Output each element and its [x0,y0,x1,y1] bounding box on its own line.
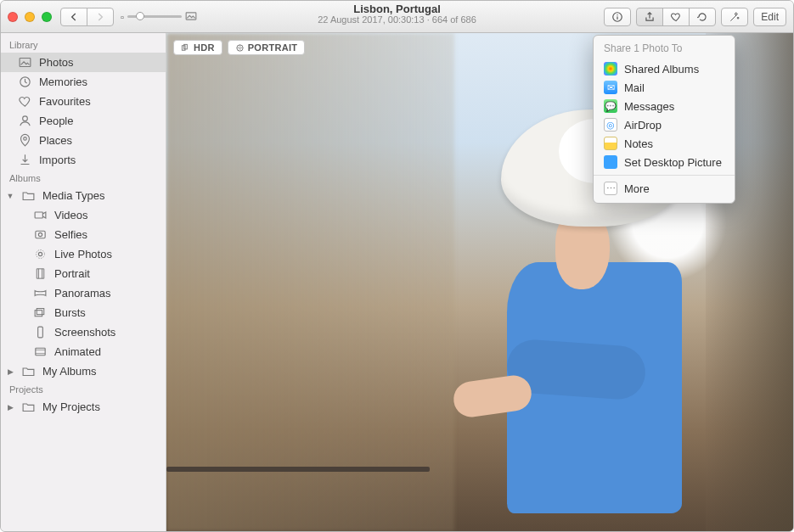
hdr-icon [181,43,190,53]
sidebar-item-selfies[interactable]: Selfies [1,225,166,244]
photo-viewer[interactable]: HDR PORTRAIT Share 1 Photo To Shared Alb… [166,33,793,531]
sidebar-item-imports[interactable]: Imports [1,150,166,170]
sidebar-item-label: Media Types [42,189,104,202]
selfies-icon [33,227,48,242]
svg-rect-0 [186,12,196,19]
sidebar-item-bursts[interactable]: Bursts [1,303,166,322]
menu-separator [594,175,735,176]
folder-icon [21,364,36,378]
slider-track[interactable] [127,15,182,18]
sidebar-item-label: My Albums [42,365,97,378]
auto-enhance-button[interactable] [721,8,748,26]
slider-thumb[interactable] [136,12,144,20]
share-popover: Share 1 Photo To Shared Albums ✉ Mail 💬 … [593,35,735,204]
edit-button[interactable]: Edit [753,8,786,26]
screenshots-icon [33,325,48,339]
sidebar-item-label: Portrait [54,267,90,280]
livephotos-icon [33,247,48,261]
sidebar-item-media-types[interactable]: ▼ Media Types [1,186,166,205]
sidebar-item-places[interactable]: Places [1,131,166,150]
more-icon: ⋯ [604,182,617,195]
sidebar: Library Photos Memories Favourites Peopl… [1,33,166,531]
svg-point-10 [38,232,42,236]
sidebar-item-memories[interactable]: Memories [1,72,166,92]
imports-icon [18,153,32,167]
mail-icon: ✉ [604,81,617,94]
share-popover-header: Share 1 Photo To [594,41,735,59]
share-icon [644,11,656,23]
sidebar-item-label: Places [39,134,72,147]
zoom-in-icon [185,9,197,25]
zoom-out-icon: ▫ [121,12,124,22]
chevron-left-icon [68,11,80,23]
svg-rect-3 [617,16,618,20]
sidebar-item-photos[interactable]: Photos [1,53,166,72]
desktop-picture-icon [604,155,617,169]
memories-icon [18,75,32,89]
zoom-window-button[interactable] [42,12,52,22]
sidebar-item-label: Favourites [39,95,91,108]
sidebar-item-videos[interactable]: Videos [1,205,166,225]
section-projects: Projects [1,381,166,397]
sidebar-item-panoramas[interactable]: Panoramas [1,283,166,303]
svg-point-6 [23,116,28,121]
video-icon [33,208,48,222]
section-library: Library [1,36,166,53]
magic-wand-icon [729,11,741,23]
sidebar-item-people[interactable]: People [1,111,166,131]
sidebar-item-label: Videos [54,209,88,221]
folder-icon [21,188,36,203]
heart-icon [18,94,32,109]
svg-rect-16 [36,348,45,356]
sidebar-item-my-albums[interactable]: ▶ My Albums [1,361,166,381]
notes-icon [604,137,617,150]
share-item-desktop[interactable]: Set Desktop Picture [594,153,735,171]
svg-rect-13 [35,311,42,316]
share-item-mail[interactable]: ✉ Mail [594,78,735,97]
airdrop-icon: ◎ [604,118,617,132]
sidebar-item-portrait[interactable]: Portrait [1,264,166,283]
share-item-airdrop[interactable]: ◎ AirDrop [594,115,735,134]
sidebar-item-my-projects[interactable]: ▶ My Projects [1,397,166,417]
info-button[interactable] [604,8,631,26]
disclosure-triangle-icon[interactable]: ▶ [6,403,14,412]
sidebar-item-label: Panoramas [54,287,110,300]
share-button[interactable] [636,8,663,26]
zoom-slider[interactable]: ▫ [121,9,197,25]
sidebar-item-label: Animated [54,345,101,358]
sidebar-item-label: Live Photos [54,248,112,260]
close-window-button[interactable] [8,12,18,22]
sidebar-item-screenshots[interactable]: Screenshots [1,322,166,342]
shared-albums-icon [604,62,617,76]
disclosure-triangle-icon[interactable]: ▶ [6,367,14,376]
hdr-badge: HDR [173,40,222,55]
photo-badges: HDR PORTRAIT [173,40,305,55]
aperture-icon [235,43,245,53]
sidebar-item-label: Imports [39,154,76,166]
share-item-messages[interactable]: 💬 Messages [594,97,735,115]
section-albums: Albums [1,170,166,186]
sidebar-item-favourites[interactable]: Favourites [1,92,166,111]
rotate-button[interactable] [689,8,716,26]
share-item-shared-albums[interactable]: Shared Albums [594,59,735,78]
heart-icon [670,11,682,23]
sidebar-item-livephotos[interactable]: Live Photos [1,244,166,264]
disclosure-triangle-icon[interactable]: ▼ [6,192,14,200]
svg-point-7 [24,137,27,141]
nav-back-forward [60,8,114,26]
favourite-button[interactable] [662,8,690,26]
svg-point-11 [38,252,42,255]
minimize-window-button[interactable] [25,12,35,22]
window-body: Library Photos Memories Favourites Peopl… [1,33,793,531]
sidebar-item-label: Photos [39,56,73,69]
forward-button[interactable] [87,8,114,26]
window-controls [8,12,52,22]
rotate-icon [696,11,708,23]
share-item-notes[interactable]: Notes [594,134,735,153]
info-icon [611,11,623,23]
sidebar-item-label: My Projects [42,400,100,413]
svg-point-12 [37,250,45,259]
back-button[interactable] [60,8,87,26]
sidebar-item-animated[interactable]: Animated [1,342,166,361]
share-item-more[interactable]: ⋯ More [594,179,735,198]
